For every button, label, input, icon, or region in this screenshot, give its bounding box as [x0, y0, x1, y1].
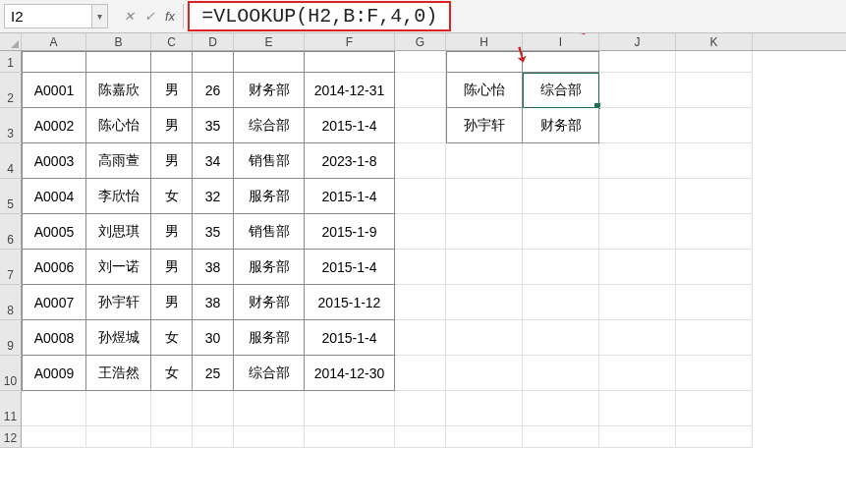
table-cell[interactable]: 男 [151, 108, 193, 143]
table-cell[interactable]: 综合部 [234, 108, 305, 143]
cell[interactable] [151, 391, 193, 426]
table-cell[interactable]: A0009 [22, 356, 86, 391]
col-header-A[interactable]: A [22, 33, 86, 50]
cell[interactable] [599, 391, 676, 426]
table-cell[interactable]: 25 [193, 356, 234, 391]
main-header-0[interactable]: 工号 [22, 51, 86, 73]
cell-J7[interactable] [599, 250, 676, 285]
main-header-4[interactable]: 部门 [234, 51, 305, 73]
cell[interactable] [523, 391, 599, 426]
cancel-icon[interactable]: ✕ [124, 9, 135, 24]
table-cell[interactable]: 35 [193, 108, 234, 143]
cell-K3[interactable] [676, 108, 753, 143]
table-cell[interactable]: 35 [193, 214, 234, 250]
cell[interactable] [676, 426, 753, 448]
table-cell[interactable]: 男 [151, 250, 193, 285]
cell-J9[interactable] [599, 320, 676, 356]
cell-K7[interactable] [676, 250, 753, 285]
cell-K4[interactable] [676, 143, 753, 179]
spreadsheet-grid[interactable]: A B C D E F G H I J K ➘ 1 工号 姓名 性别 年龄 部门… [0, 33, 846, 448]
name-box[interactable]: I2 [4, 4, 92, 28]
cell-H4[interactable] [446, 143, 523, 179]
table-cell[interactable]: 陈心怡 [86, 108, 151, 143]
cell[interactable] [86, 426, 151, 448]
table-cell[interactable]: 2014-12-30 [305, 356, 395, 391]
cell-I7[interactable] [523, 250, 599, 285]
cell[interactable] [599, 426, 676, 448]
table-cell[interactable]: 服务部 [234, 320, 305, 356]
cell[interactable] [22, 391, 86, 426]
cell-I6[interactable] [523, 214, 599, 250]
table-cell[interactable]: 男 [151, 143, 193, 179]
table-cell[interactable]: A0005 [22, 214, 86, 250]
table-cell[interactable]: 2015-1-4 [305, 250, 395, 285]
main-header-3[interactable]: 年龄 [193, 51, 234, 73]
cell-J5[interactable] [599, 179, 676, 214]
cell-J6[interactable] [599, 214, 676, 250]
cell[interactable] [234, 426, 305, 448]
table-cell[interactable]: 女 [151, 179, 193, 214]
cell-J3[interactable] [599, 108, 676, 143]
cell[interactable] [151, 426, 193, 448]
cell[interactable] [523, 426, 599, 448]
table-cell[interactable]: 2014-12-31 [305, 73, 395, 108]
row-header-4[interactable]: 4 [0, 143, 22, 179]
col-header-K[interactable]: K [676, 33, 753, 50]
row-header-12[interactable]: 12 [0, 426, 22, 448]
cell-K2[interactable] [676, 73, 753, 108]
table-cell[interactable]: 财务部 [234, 285, 305, 320]
lookup-cell[interactable]: 孙宇轩 [446, 108, 523, 143]
cell-I8[interactable] [523, 285, 599, 320]
row-header-8[interactable]: 8 [0, 285, 22, 320]
table-cell[interactable]: 2023-1-8 [305, 143, 395, 179]
cell-J10[interactable] [599, 356, 676, 391]
active-cell-I2[interactable]: 综合部 [523, 73, 599, 108]
cell-J8[interactable] [599, 285, 676, 320]
table-cell[interactable]: 刘一诺 [86, 250, 151, 285]
cell[interactable] [305, 391, 395, 426]
table-cell[interactable]: 综合部 [234, 356, 305, 391]
table-cell[interactable]: 38 [193, 285, 234, 320]
cell-I5[interactable] [523, 179, 599, 214]
col-header-D[interactable]: D [193, 33, 234, 50]
cell-J1[interactable] [599, 51, 676, 73]
table-cell[interactable]: 2015-1-4 [305, 108, 395, 143]
row-header-3[interactable]: 3 [0, 108, 22, 143]
table-cell[interactable]: 服务部 [234, 179, 305, 214]
cell[interactable] [234, 391, 305, 426]
lookup-header-1[interactable]: 部门 [523, 51, 599, 73]
table-cell[interactable]: 2015-1-4 [305, 320, 395, 356]
cell-K1[interactable] [676, 51, 753, 73]
table-cell[interactable]: 2015-1-4 [305, 179, 395, 214]
table-cell[interactable]: 32 [193, 179, 234, 214]
table-cell[interactable]: 刘思琪 [86, 214, 151, 250]
col-header-E[interactable]: E [234, 33, 305, 50]
cell[interactable] [193, 426, 234, 448]
cell-I4[interactable] [523, 143, 599, 179]
table-cell[interactable]: 陈嘉欣 [86, 73, 151, 108]
cell[interactable] [676, 391, 753, 426]
lookup-header-0[interactable]: 姓名 [446, 51, 523, 73]
table-cell[interactable]: 李欣怡 [86, 179, 151, 214]
cell-H5[interactable] [446, 179, 523, 214]
cell-G2[interactable] [395, 73, 446, 108]
table-cell[interactable]: 王浩然 [86, 356, 151, 391]
lookup-cell[interactable]: 财务部 [523, 108, 599, 143]
main-header-1[interactable]: 姓名 [86, 51, 151, 73]
col-header-J[interactable]: J [599, 33, 676, 50]
cell[interactable] [86, 391, 151, 426]
cell-G7[interactable] [395, 250, 446, 285]
row-header-9[interactable]: 9 [0, 320, 22, 356]
table-cell[interactable]: A0006 [22, 250, 86, 285]
cell[interactable] [22, 426, 86, 448]
table-cell[interactable]: 男 [151, 285, 193, 320]
table-cell[interactable]: A0008 [22, 320, 86, 356]
cell-K6[interactable] [676, 214, 753, 250]
cell[interactable] [446, 426, 523, 448]
table-cell[interactable]: 男 [151, 73, 193, 108]
cell-H6[interactable] [446, 214, 523, 250]
table-cell[interactable]: A0007 [22, 285, 86, 320]
cell-G8[interactable] [395, 285, 446, 320]
cell-G4[interactable] [395, 143, 446, 179]
col-header-B[interactable]: B [86, 33, 151, 50]
